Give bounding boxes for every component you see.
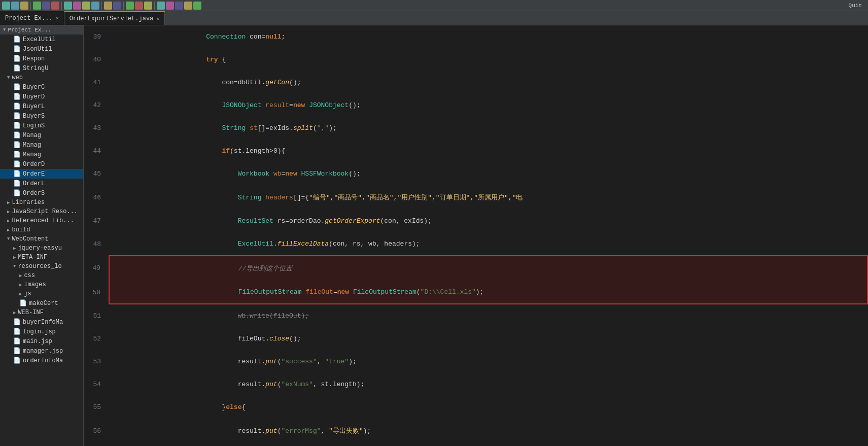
sidebar-item-BuyerC[interactable]: 📄 BuyerC [0, 82, 83, 92]
main-layout: ▼ Project Ex... 📄 ExcelUtil 📄 JsonUtil 📄… [0, 25, 868, 446]
sidebar-item-resources-lo[interactable]: ▼ resources_lo [0, 262, 83, 271]
code-content-49[interactable]: //导出到这个位置 [109, 256, 867, 281]
toolbar-icon-12[interactable] [113, 2, 121, 10]
sidebar-item-ReferencedLib[interactable]: ▶ Referenced Lib... [0, 216, 83, 225]
folder-icon: ▶ [19, 282, 22, 288]
code-content-57[interactable]: } [109, 443, 867, 446]
tab-file[interactable]: OrderExportServlet.java ✕ [64, 11, 165, 25]
toolbar-icon-19[interactable] [184, 2, 192, 10]
sidebar-item-Libraries[interactable]: ▶ Libraries [0, 198, 83, 207]
sidebar-item-BuyerD[interactable]: 📄 BuyerD [0, 92, 83, 101]
code-content-42[interactable]: JSONObject result=new JSONObject(); [109, 94, 867, 117]
toolbar-icon-11[interactable] [104, 2, 112, 10]
toolbar-icon-9[interactable] [82, 2, 90, 10]
sidebar-item-Manag1[interactable]: 📄 Manag [0, 130, 83, 140]
sidebar-item-ExcelUtil[interactable]: 📄 ExcelUtil [0, 35, 83, 44]
sidebar-chevron: ▼ [3, 27, 6, 32]
file-icon: 📄 [13, 160, 21, 168]
sidebar-item-BuyerS[interactable]: 📄 BuyerS [0, 111, 83, 121]
code-content-46[interactable]: String headers[]={"编号","商品号","商品名","用户性别… [109, 185, 867, 210]
code-content-48[interactable]: ExcelUtil.fillExcelData(con, rs, wb, hea… [109, 232, 867, 256]
tab-file-close[interactable]: ✕ [156, 16, 159, 22]
sidebar-item-js[interactable]: ▶ js [0, 289, 83, 298]
sidebar-item-Manag3[interactable]: 📄 Manag [0, 150, 83, 159]
folder-open-icon: ▼ [7, 236, 10, 242]
sidebar-item-login-jsp[interactable]: 📄 login.jsp [0, 327, 83, 336]
tab-project-close[interactable]: ✕ [56, 15, 59, 21]
sidebar-item-Manag2[interactable]: 📄 Manag [0, 140, 83, 150]
toolbar-icon-2[interactable] [11, 2, 19, 10]
code-row-56: 56 result.put("errorMsg", "导出失败"); [84, 419, 867, 443]
toolbar-icon-7[interactable] [64, 2, 72, 10]
sidebar-item-OrderE[interactable]: 📄 OrderE [0, 169, 83, 179]
code-content-51[interactable]: wb.write(fileOut); [109, 304, 867, 327]
sidebar-label-OrderL: OrderL [23, 180, 45, 187]
code-content-54[interactable]: result.put("exNums", st.length); [109, 373, 867, 396]
sidebar-header[interactable]: ▼ Project Ex... [0, 25, 83, 35]
code-content-53[interactable]: result.put("success", "true"); [109, 350, 867, 373]
code-content-56[interactable]: result.put("errorMsg", "导出失败"); [109, 419, 867, 443]
code-row-45: 45 Workbook wb=new HSSFWorkbook(); [84, 162, 867, 185]
file-icon: 📄 [13, 328, 21, 335]
toolbar-icon-5[interactable] [42, 2, 50, 10]
toolbar-icon-15[interactable] [144, 2, 152, 10]
code-content-40[interactable]: try { [109, 48, 867, 71]
sidebar-item-Respon[interactable]: 📄 Respon [0, 54, 83, 63]
toolbar-icon-17[interactable] [166, 2, 174, 10]
toolbar-icon-14[interactable] [135, 2, 143, 10]
code-content-44[interactable]: if(st.length>0){ [109, 140, 867, 162]
code-content-55[interactable]: }else{ [109, 396, 867, 419]
code-area[interactable]: 39 Connection con=null; 40 try { [84, 25, 868, 446]
sidebar-item-BuyerL[interactable]: 📄 BuyerL [0, 101, 83, 111]
sidebar-item-WEB-INF[interactable]: ▶ WEB-INF [0, 308, 83, 317]
code-content-41[interactable]: con=dbUtil.getCon(); [109, 71, 867, 94]
sidebar-item-WebContent[interactable]: ▼ WebContent [0, 234, 83, 244]
sidebar-item-jquery-easyu[interactable]: ▶ jquery-easyu [0, 244, 83, 253]
sidebar-label-OrderD: OrderD [23, 161, 45, 168]
sidebar-item-manager-jsp[interactable]: 📄 manager.jsp [0, 346, 83, 356]
sidebar-item-build[interactable]: ▶ build [0, 225, 83, 234]
sidebar-item-makeCert[interactable]: 📄 makeCert [0, 298, 83, 308]
sidebar-item-LoginS[interactable]: 📄 LoginS [0, 121, 83, 130]
toolbar-icon-6[interactable] [51, 2, 59, 10]
quit-button[interactable]: Quit [845, 3, 866, 9]
tab-project[interactable]: Project Ex... ✕ [0, 11, 64, 25]
sidebar-item-OrderD[interactable]: 📄 OrderD [0, 159, 83, 169]
toolbar-icon-18[interactable] [175, 2, 183, 10]
sidebar-item-orderInfoMa[interactable]: 📄 orderInfoMa [0, 356, 83, 365]
code-row-55: 55 }else{ [84, 396, 867, 419]
code-content-45[interactable]: Workbook wb=new HSSFWorkbook(); [109, 162, 867, 185]
sidebar-item-StringU[interactable]: 📄 StringU [0, 63, 83, 73]
toolbar-icon-10[interactable] [91, 2, 99, 10]
code-content-52[interactable]: fileOut.close(); [109, 327, 867, 350]
sidebar-label-jquery-easyu: jquery-easyu [18, 245, 61, 252]
toolbar-icon-4[interactable] [33, 2, 41, 10]
sidebar-item-css[interactable]: ▶ css [0, 271, 83, 280]
sidebar-item-web[interactable]: ▼ web [0, 73, 83, 82]
sidebar-item-META-INF[interactable]: ▶ META-INF [0, 253, 83, 262]
sidebar-item-OrderL[interactable]: 📄 OrderL [0, 179, 83, 188]
toolbar-icon-3[interactable] [20, 2, 28, 10]
sidebar-item-main-jsp[interactable]: 📄 main.jsp [0, 336, 83, 346]
sidebar-item-buyerInfoMa[interactable]: 📄 buyerInfoMa [0, 317, 83, 327]
sidebar-item-images[interactable]: ▶ images [0, 280, 83, 289]
toolbar-icon-13[interactable] [126, 2, 134, 10]
toolbar-icon-20[interactable] [193, 2, 201, 10]
code-content-43[interactable]: String st[]=exIds.split(","); [109, 117, 867, 140]
code-content-39[interactable]: Connection con=null; [109, 25, 867, 48]
file-icon: 📄 [13, 337, 21, 345]
toolbar-icon-1[interactable] [2, 2, 10, 10]
sidebar-label-LoginS: LoginS [23, 122, 45, 129]
toolbar-icon-16[interactable] [157, 2, 165, 10]
sidebar-item-OrderS[interactable]: 📄 OrderS [0, 188, 83, 198]
sidebar-item-JavaScriptReso[interactable]: ▶ JavaScript Reso... [0, 207, 83, 216]
code-table: 39 Connection con=null; 40 try { [84, 25, 868, 446]
file-icon: 📄 [13, 357, 21, 364]
sidebar-item-JsonUtil[interactable]: 📄 JsonUtil [0, 44, 83, 54]
toolbar-icon-8[interactable] [73, 2, 81, 10]
code-content-50[interactable]: FileOutputStream fileOut=new FileOutputS… [109, 281, 867, 304]
code-content-47[interactable]: ResultSet rs=orderDao.getOrderExport(con… [109, 210, 867, 232]
line-number-44: 44 [84, 140, 109, 162]
code-row-43: 43 String st[]=exIds.split(","); [84, 117, 867, 140]
sidebar-label-orderInfoMa: orderInfoMa [23, 357, 63, 364]
